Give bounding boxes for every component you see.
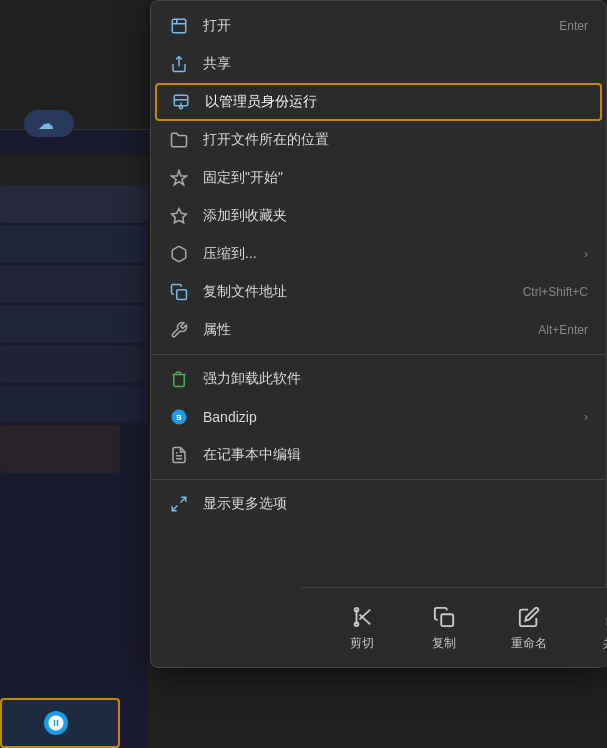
svg-text:B: B (176, 413, 182, 422)
pin-to-start-icon (169, 168, 189, 188)
menu-item-uninstall[interactable]: 强力卸载此软件 (151, 360, 606, 398)
bottom-label-copy: 复制 (432, 635, 456, 652)
bottom-label-rename: 重命名 (511, 635, 547, 652)
file-row (0, 225, 148, 263)
menu-item-compress[interactable]: 压缩到...› (151, 235, 606, 273)
menu-label-copy-path: 复制文件地址 (203, 283, 509, 301)
bottom-label-share: 共享 (603, 635, 607, 652)
properties-icon (169, 320, 189, 340)
bandizip-icon: B (169, 407, 189, 427)
bottom-icon-share (601, 603, 607, 631)
bottom-action-bar: 剪切复制重命名共享删除 (301, 587, 607, 667)
start-chip[interactable]: ☁ (24, 110, 74, 137)
menu-label-share: 共享 (203, 55, 588, 73)
menu-label-pin-to-start: 固定到"开始" (203, 169, 588, 187)
svg-line-11 (172, 506, 177, 511)
compress-icon (169, 244, 189, 264)
menu-label-open-location: 打开文件所在的位置 (203, 131, 588, 149)
menu-label-notepad: 在记事本中编辑 (203, 446, 588, 464)
file-rows (0, 185, 148, 475)
cloud-icon: ☁ (38, 114, 54, 133)
menu-item-notepad[interactable]: 在记事本中编辑 (151, 436, 606, 474)
menu-item-copy-path[interactable]: 复制文件地址Ctrl+Shift+C (151, 273, 606, 311)
svg-point-3 (180, 106, 183, 109)
copy-path-icon (169, 282, 189, 302)
menu-item-share[interactable]: 共享 (151, 45, 606, 83)
menu-shortcut-properties: Alt+Enter (538, 323, 588, 337)
open-icon (169, 16, 189, 36)
bottom-icon-rename (515, 603, 543, 631)
menu-item-bandizip[interactable]: BBandizip› (151, 398, 606, 436)
menu-item-pin-to-start[interactable]: 固定到"开始" (151, 159, 606, 197)
menu-arrow-compress: › (584, 247, 588, 261)
menu-label-show-more: 显示更多选项 (203, 495, 588, 513)
steam-app-icon (44, 711, 68, 735)
svg-marker-4 (172, 209, 187, 223)
menu-item-show-more[interactable]: 显示更多选项 (151, 485, 606, 523)
svg-rect-0 (172, 19, 186, 33)
svg-rect-17 (441, 614, 453, 626)
share-icon (169, 54, 189, 74)
bottom-icon-copy (430, 603, 458, 631)
file-row (0, 265, 148, 303)
file-row (0, 345, 148, 383)
svg-line-16 (359, 615, 370, 625)
bottom-action-copy[interactable]: 复制 (430, 603, 458, 652)
menu-label-bandizip: Bandizip (203, 409, 562, 425)
menu-item-add-to-favorites[interactable]: 添加到收藏夹 (151, 197, 606, 235)
uninstall-icon (169, 369, 189, 389)
bottom-action-share[interactable]: 共享 (601, 603, 607, 652)
open-location-icon (169, 130, 189, 150)
svg-line-10 (181, 497, 186, 502)
file-row (0, 305, 148, 343)
bottom-icon-cut (348, 603, 376, 631)
menu-item-properties[interactable]: 属性Alt+Enter (151, 311, 606, 349)
menu-item-run-as-admin[interactable]: 以管理员身份运行 (155, 83, 602, 121)
context-menu: 打开Enter共享以管理员身份运行打开文件所在的位置固定到"开始"添加到收藏夹压… (150, 0, 607, 668)
bottom-label-cut: 剪切 (350, 635, 374, 652)
menu-divider (151, 354, 606, 355)
menu-item-open-location[interactable]: 打开文件所在的位置 (151, 121, 606, 159)
show-more-icon (169, 494, 189, 514)
menu-shortcut-open: Enter (559, 19, 588, 33)
file-row (0, 185, 148, 223)
menu-label-open: 打开 (203, 17, 545, 35)
menu-label-add-to-favorites: 添加到收藏夹 (203, 207, 588, 225)
menu-shortcut-copy-path: Ctrl+Shift+C (523, 285, 588, 299)
menu-label-uninstall: 强力卸载此软件 (203, 370, 588, 388)
menu-label-compress: 压缩到... (203, 245, 562, 263)
file-row (0, 425, 120, 473)
bottom-action-cut[interactable]: 剪切 (348, 603, 376, 652)
notepad-icon (169, 445, 189, 465)
menu-divider (151, 479, 606, 480)
svg-rect-5 (177, 290, 187, 300)
file-row (0, 385, 148, 423)
menu-label-run-as-admin: 以管理员身份运行 (205, 93, 586, 111)
run-as-admin-icon (171, 92, 191, 112)
menu-label-properties: 属性 (203, 321, 524, 339)
close-button[interactable] (8, 8, 32, 32)
steam-taskbar-item[interactable] (0, 698, 120, 748)
add-to-favorites-icon (169, 206, 189, 226)
menu-item-open[interactable]: 打开Enter (151, 7, 606, 45)
bottom-action-rename[interactable]: 重命名 (511, 603, 547, 652)
menu-arrow-bandizip: › (584, 410, 588, 424)
svg-line-15 (359, 610, 370, 620)
